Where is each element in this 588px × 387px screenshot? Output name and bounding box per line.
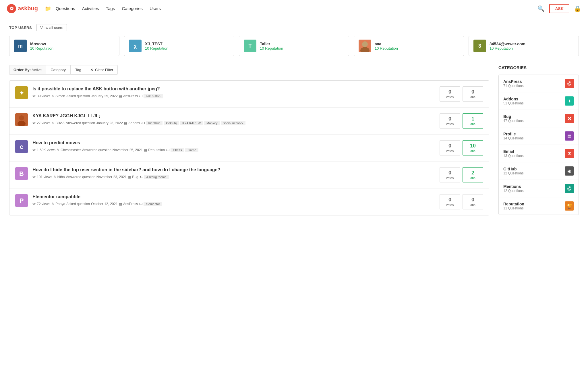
filter-clear-button[interactable]: ✕ Clear Filter — [86, 65, 117, 74]
question-title-1[interactable]: KYA KARE? JGGH KJGL LLJL; — [32, 113, 435, 118]
votes-num-1: 0 — [441, 116, 459, 122]
filter-tag-button[interactable]: Tag — [71, 65, 86, 74]
user-card-2[interactable]: T Taller 10 Reputation — [239, 36, 349, 56]
answers-box-1: 1 ans — [463, 113, 483, 129]
nav-activities[interactable]: Activities — [82, 6, 99, 11]
tag-4-0[interactable]: elementor — [144, 202, 162, 206]
question-title-0[interactable]: Is it possible to replace the ASK button… — [32, 86, 435, 92]
top-users-title: TOP USERS — [9, 26, 32, 30]
category-2[interactable]: Reputation — [148, 148, 165, 152]
main-content: TOP USERS View all users m Moscow 10 Rep… — [0, 17, 588, 222]
user-avatar-0: m — [14, 40, 27, 52]
category-item-7[interactable]: Reputation 11 Questions 🏆 — [499, 197, 579, 215]
tag-1-1[interactable]: kiokiuhj — [164, 121, 179, 125]
question-avatar-1 — [15, 113, 28, 126]
user-rep-3: 10 Reputation — [375, 46, 398, 50]
user-rep-1: 10 Reputation — [145, 46, 168, 50]
view-all-users-button[interactable]: View all users — [36, 24, 67, 31]
category-count-2: 47 Questions — [503, 119, 524, 123]
question-title-3[interactable]: How do I hide the top user section in th… — [32, 167, 435, 172]
logo[interactable]: ✿ askbug — [7, 4, 38, 13]
category-icon-bug: ✖ — [565, 114, 574, 123]
date-3: November 23, 2021 — [96, 175, 127, 179]
category-item-1[interactable]: Addons 51 Questions ✦ — [499, 92, 579, 110]
question-avatar-0: ✦ — [15, 86, 28, 99]
question-title-2[interactable]: How to predict moves — [32, 140, 435, 145]
tag-2-1[interactable]: Game — [185, 148, 198, 152]
top-users-grid: m Moscow 10 Reputation χ XJ_TEST 10 Repu… — [9, 36, 579, 56]
category-item-0[interactable]: AnsPress 71 Questions @ — [499, 75, 579, 92]
category-3[interactable]: Bug — [132, 175, 138, 179]
user-avatar-2: T — [244, 40, 256, 52]
category-0[interactable]: AnsPress — [123, 94, 138, 98]
author-4: Pooya — [55, 202, 65, 206]
category-icon-3: ▦ — [128, 175, 131, 179]
user-info-1: XJ_TEST 10 Reputation — [145, 42, 168, 50]
category-icon-profile: ▤ — [565, 131, 574, 141]
separator-2a: ✎ — [57, 148, 59, 152]
nav-questions[interactable]: Questions — [56, 6, 75, 11]
views-4: 👁 72 views — [32, 202, 50, 206]
votes-box-4: 0 votes — [440, 194, 460, 209]
user-card-3[interactable]: aaa 10 Reputation — [354, 36, 464, 56]
ask-button[interactable]: ASK — [549, 4, 569, 13]
tag-1-2[interactable]: KYA KAREW — [180, 121, 203, 125]
user-info-0: Moscow 10 Reputation — [30, 42, 53, 50]
category-count-3: 14 Questions — [503, 136, 524, 140]
user-card-1[interactable]: χ XJ_TEST 10 Reputation — [124, 36, 234, 56]
tag-1-4[interactable]: social network — [221, 121, 246, 125]
views-2: 👁 1.50K views — [32, 148, 55, 152]
nav-categories[interactable]: Categories — [122, 6, 143, 11]
user-info-2: Taller 10 Reputation — [260, 42, 283, 50]
category-name-4: Email — [503, 149, 524, 154]
category-icon-addons: ✦ — [565, 96, 574, 106]
category-info-5: GitHub 12 Questions — [503, 167, 524, 175]
question-counts-0: 0 votes 0 ans — [440, 86, 483, 102]
tag-1-3[interactable]: Monkey — [204, 121, 220, 125]
tag-2-0[interactable]: Chess — [171, 148, 184, 152]
category-4[interactable]: AnsPress — [123, 202, 138, 206]
action-3: Answered question — [66, 175, 95, 179]
tag-1-0[interactable]: Kienthuc — [146, 121, 163, 125]
category-icon-0: ▦ — [119, 94, 122, 98]
category-name-0: AnsPress — [503, 79, 524, 84]
answers-box-4: 0 ans — [463, 194, 483, 209]
question-body-2: How to predict moves 👁 1.50K views ✎ Che… — [32, 140, 435, 153]
category-icon-1: ▦ — [124, 121, 127, 125]
category-icon-anspress: @ — [565, 79, 574, 88]
votes-label-0: votes — [446, 95, 454, 99]
nav-folder-icon[interactable]: 📁 — [45, 5, 51, 12]
question-meta-1: 👁 27 views ✎ BBAA Answered question Janu… — [32, 121, 435, 125]
category-icon-email: ✉ — [565, 149, 574, 158]
nav-users[interactable]: Users — [150, 6, 161, 11]
category-icon-4: ▦ — [119, 202, 122, 206]
category-item-2[interactable]: Bug 47 Questions ✖ — [499, 110, 579, 127]
tag-0-0[interactable]: ask button — [144, 94, 163, 98]
user-card-0[interactable]: m Moscow 10 Reputation — [9, 36, 119, 56]
action-2: Answered question — [82, 148, 111, 152]
svg-text:P: P — [20, 197, 24, 204]
question-title-4[interactable]: Elementor compatible — [32, 194, 435, 199]
clear-label: Clear Filter — [95, 68, 113, 72]
search-button[interactable]: 🔍 — [537, 5, 545, 12]
category-list: AnsPress 71 Questions @ Addons 51 Questi… — [498, 75, 579, 215]
tag-3-0[interactable]: Askbug theme — [144, 175, 169, 179]
user-name-3: aaa — [375, 42, 398, 46]
nav-tags[interactable]: Tags — [106, 6, 115, 11]
filter-category-button[interactable]: Category — [46, 65, 71, 74]
answers-num-4: 0 — [464, 197, 482, 203]
category-item-3[interactable]: Profile 14 Questions ▤ — [499, 127, 579, 145]
svg-point-5 — [19, 115, 24, 120]
category-info-6: Mentions 12 Questions — [503, 184, 524, 193]
answers-label-4: ans — [470, 203, 475, 207]
category-item-6[interactable]: Mentions 12 Questions @ — [499, 180, 579, 197]
svg-point-0 — [362, 41, 368, 47]
action-1: Answered question — [66, 121, 95, 125]
votes-box-1: 0 votes — [440, 113, 460, 129]
category-item-5[interactable]: GitHub 12 Questions ◉ — [499, 162, 579, 180]
category-1[interactable]: Addons — [128, 121, 140, 125]
date-0: January 25, 2022 — [91, 94, 118, 98]
category-item-4[interactable]: Email 13 Questions ✉ — [499, 145, 579, 162]
user-name-1: XJ_TEST — [145, 42, 168, 46]
user-card-4[interactable]: 3 34534@wrwer.com 10 Reputation — [469, 36, 579, 56]
